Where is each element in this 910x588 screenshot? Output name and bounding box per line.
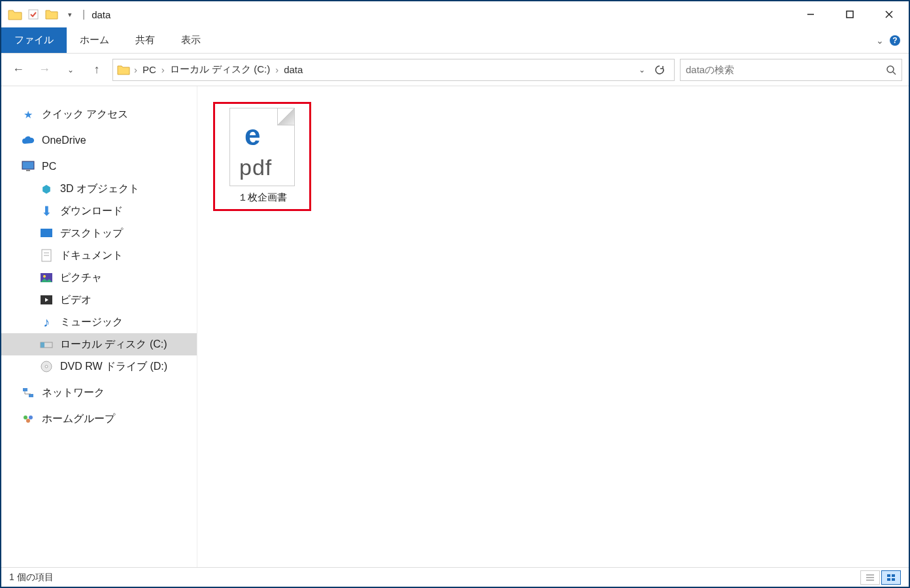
monitor-icon xyxy=(21,159,35,174)
window-controls xyxy=(791,1,909,27)
file-item[interactable]: e pdf １枚企画書 xyxy=(213,102,311,211)
address-bar[interactable]: › PC › ローカル ディスク (C:) › data ⌄ xyxy=(112,59,675,81)
quick-access-toolbar: ▾ xyxy=(7,6,78,23)
desktop-icon xyxy=(39,226,54,240)
status-text: 1 個の項目 xyxy=(9,572,54,583)
svg-rect-0 xyxy=(29,10,38,19)
refresh-button[interactable] xyxy=(649,65,670,75)
star-icon: ★ xyxy=(21,107,35,122)
document-icon xyxy=(39,248,54,263)
sidebar-dvd-drive[interactable]: DVD RW ドライブ (D:) xyxy=(1,355,197,378)
music-icon: ♪ xyxy=(39,315,54,329)
tab-share[interactable]: 共有 xyxy=(122,27,168,53)
sidebar-desktop[interactable]: デスクトップ xyxy=(1,222,197,244)
folder-icon xyxy=(117,64,130,76)
homegroup-icon xyxy=(21,412,35,426)
title-bar: ▾ | data xyxy=(1,1,909,27)
up-button[interactable]: ↑ xyxy=(86,59,107,80)
svg-rect-2 xyxy=(847,11,853,18)
navigation-pane: ★ クイック アクセス OneDrive PC ⬢ 3D オブジェクト ⬇ ダウ… xyxy=(1,86,197,567)
svg-point-16 xyxy=(43,275,46,278)
sidebar-documents[interactable]: ドキュメント xyxy=(1,244,197,267)
svg-point-25 xyxy=(29,416,33,419)
svg-text:?: ? xyxy=(892,36,897,45)
properties-icon[interactable] xyxy=(25,6,42,23)
svg-rect-19 xyxy=(41,342,44,348)
svg-rect-31 xyxy=(892,574,895,577)
sidebar-3d-objects[interactable]: ⬢ 3D オブジェクト xyxy=(1,178,197,200)
chevron-right-icon[interactable]: › xyxy=(161,64,165,75)
sidebar-local-disk-c[interactable]: ローカル ディスク (C:) xyxy=(1,333,197,355)
address-dropdown-icon[interactable]: ⌄ xyxy=(639,65,645,74)
folder-icon xyxy=(7,6,24,23)
chevron-right-icon[interactable]: › xyxy=(134,64,137,75)
breadcrumb-pc[interactable]: PC xyxy=(141,64,158,75)
title-separator: | xyxy=(82,8,85,20)
close-button[interactable] xyxy=(869,1,909,27)
sidebar-homegroup[interactable]: ホームグループ xyxy=(1,408,197,430)
sidebar-onedrive[interactable]: OneDrive xyxy=(1,129,197,152)
edge-icon: e xyxy=(244,119,260,152)
sidebar-videos[interactable]: ビデオ xyxy=(1,289,197,311)
back-button[interactable]: ← xyxy=(8,59,29,80)
file-name: １枚企画書 xyxy=(218,191,307,204)
tab-home[interactable]: ホーム xyxy=(67,27,122,53)
sidebar-label: ローカル ディスク (C:) xyxy=(60,338,167,351)
svg-point-7 xyxy=(887,66,894,73)
file-thumbnail: e pdf xyxy=(229,108,295,186)
main-body: ★ クイック アクセス OneDrive PC ⬢ 3D オブジェクト ⬇ ダウ… xyxy=(1,86,909,567)
breadcrumb-folder[interactable]: data xyxy=(282,64,304,75)
sidebar-downloads[interactable]: ⬇ ダウンロード xyxy=(1,200,197,222)
search-icon[interactable] xyxy=(886,65,896,75)
sidebar-label: PC xyxy=(42,161,56,172)
folder-small-icon[interactable] xyxy=(43,6,60,23)
navigation-bar: ← → ⌄ ↑ › PC › ローカル ディスク (C:) › data ⌄ xyxy=(1,54,909,86)
sidebar-label: ホームグループ xyxy=(42,412,115,426)
maximize-button[interactable] xyxy=(830,1,869,27)
sidebar-network[interactable]: ネットワーク xyxy=(1,382,197,404)
svg-rect-10 xyxy=(26,170,30,171)
download-icon: ⬇ xyxy=(39,204,54,218)
sidebar-music[interactable]: ♪ ミュージック xyxy=(1,311,197,333)
svg-rect-30 xyxy=(887,574,890,577)
sidebar-label: 3D オブジェクト xyxy=(60,182,139,196)
breadcrumb-drive[interactable]: ローカル ディスク (C:) xyxy=(169,63,271,76)
tab-view[interactable]: 表示 xyxy=(168,27,214,53)
sidebar-label: ダウンロード xyxy=(60,204,123,218)
help-icon[interactable]: ? xyxy=(889,35,901,46)
chevron-right-icon[interactable]: › xyxy=(275,64,278,75)
sidebar-quick-access[interactable]: ★ クイック アクセス xyxy=(1,103,197,125)
svg-rect-32 xyxy=(887,578,890,581)
disc-icon xyxy=(39,359,54,374)
svg-point-26 xyxy=(26,419,30,423)
view-icons-button[interactable] xyxy=(881,570,901,585)
status-bar: 1 個の項目 xyxy=(1,567,909,587)
window-title: data xyxy=(92,9,110,20)
svg-point-24 xyxy=(24,416,27,419)
search-input[interactable] xyxy=(686,64,886,75)
minimize-button[interactable] xyxy=(791,1,830,27)
file-tab[interactable]: ファイル xyxy=(1,27,67,53)
content-pane[interactable]: e pdf １枚企画書 xyxy=(197,86,909,567)
sidebar-label: ピクチャ xyxy=(60,271,102,285)
svg-rect-33 xyxy=(892,578,895,581)
sidebar-label: OneDrive xyxy=(42,135,86,146)
recent-dropdown-icon[interactable]: ⌄ xyxy=(60,59,81,80)
ribbon: ファイル ホーム 共有 表示 ⌄ ? xyxy=(1,27,909,54)
forward-button[interactable]: → xyxy=(34,59,55,80)
view-details-button[interactable] xyxy=(860,570,880,585)
network-icon xyxy=(21,385,35,400)
search-box[interactable] xyxy=(680,59,902,81)
qat-dropdown-icon[interactable]: ▾ xyxy=(61,6,78,23)
sidebar-label: DVD RW ドライブ (D:) xyxy=(60,360,167,374)
sidebar-pc[interactable]: PC xyxy=(1,155,197,178)
sidebar-pictures[interactable]: ピクチャ xyxy=(1,267,197,289)
svg-rect-11 xyxy=(41,229,52,237)
sidebar-label: ドキュメント xyxy=(60,249,123,263)
page-fold-icon xyxy=(277,108,294,125)
ribbon-expand-icon[interactable]: ⌄ xyxy=(876,35,884,46)
sidebar-label: ミュージック xyxy=(60,316,123,329)
svg-point-21 xyxy=(45,365,48,368)
sidebar-label: デスクトップ xyxy=(60,227,123,240)
drive-icon xyxy=(39,337,54,351)
